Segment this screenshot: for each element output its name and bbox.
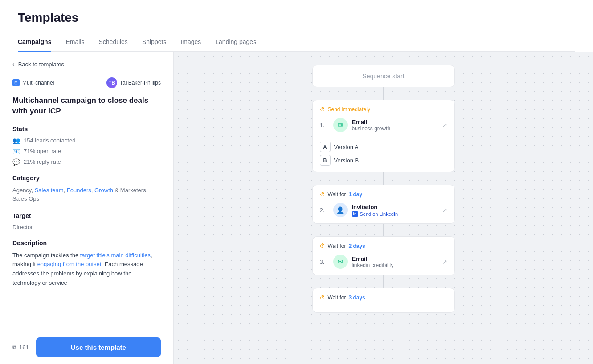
tab-emails[interactable]: Emails (65, 34, 84, 52)
step-type-2: Invitation (352, 204, 438, 210)
linkedin-send-text: Send on LinkedIn (360, 211, 398, 217)
version-a-row: A Version A (320, 142, 447, 152)
step-content-1: Email business growth (352, 119, 438, 132)
stat-open-rate-text: 71% open rate (24, 148, 61, 154)
version-a-label: Version A (334, 144, 359, 150)
wait-header-2: ⏱ Wait for 1 day (320, 191, 447, 198)
step-subtitle-1: business growth (352, 125, 438, 132)
step-row-1: 1. ✉ Email business growth ↗ (320, 118, 447, 132)
step-type-1: Email (352, 119, 438, 125)
wait-days-4: 3 days (348, 295, 365, 301)
stat-reply-rate-text: 21% reply rate (24, 158, 61, 165)
target-text: Director (12, 224, 161, 231)
wait-header-3: ⏱ Wait for 2 days (320, 243, 447, 249)
category-section: Category Agency, Sales team, Founders, G… (12, 174, 161, 203)
expand-icon-2[interactable]: ↗ (442, 207, 447, 214)
campaign-title: Multichannel campaign to close deals wit… (12, 95, 161, 117)
ab-versions: A Version A B Version B (320, 137, 447, 166)
stat-leads-text: 154 leads contacted (24, 137, 75, 144)
email-icon-1: ✉ (333, 118, 348, 132)
target-title: Target (12, 212, 161, 219)
connector-line-3 (383, 275, 384, 288)
clock-icon-3: ⏱ (320, 243, 325, 249)
leads-icon: 👥 (12, 137, 20, 144)
wait-label-2: Wait for (328, 191, 346, 198)
multichannel-icon: ⊞ (12, 79, 20, 86)
expand-icon-1[interactable]: ↗ (442, 122, 447, 129)
step-card-1: ⏱ Send immediately 1. ✉ Email business g… (312, 100, 455, 172)
back-link-label: Back to templates (18, 61, 64, 68)
stats-list: 👥 154 leads contacted 📧 71% open rate 💬 … (12, 137, 161, 166)
tab-landing-pages[interactable]: Landing pages (215, 34, 256, 52)
stat-reply-rate: 💬 21% reply rate (12, 158, 161, 166)
connector-line-2 (383, 224, 384, 236)
meta-badge: ⊞ Multi-channel (12, 79, 54, 86)
expand-icon-3[interactable]: ↗ (442, 259, 447, 265)
wait-label-4: Wait for (328, 295, 346, 301)
clock-icon-1: ⏱ (320, 106, 325, 113)
app-container: Templates Campaigns Emails Schedules Sni… (0, 0, 593, 364)
version-a-badge: A (320, 142, 331, 152)
linkedin-badge: in Send on LinkedIn (352, 211, 398, 217)
step-row-3: 3. ✉ Email linkedin credibility ↗ (320, 255, 447, 269)
stat-open-rate: 📧 71% open rate (12, 148, 161, 155)
description-title: Description (12, 239, 161, 247)
tab-snippets[interactable]: Snippets (142, 34, 166, 52)
back-to-templates-link[interactable]: ‹ Back to templates (12, 61, 161, 68)
step-subtitle-2: in Send on LinkedIn (352, 210, 438, 217)
use-template-button[interactable]: Use this template (36, 337, 161, 357)
step-content-3: Email linkedin credibility (352, 255, 438, 268)
badge-label: Multi-channel (22, 80, 54, 86)
meta-row: ⊞ Multi-channel TB Tal Baker-Phillips (12, 77, 161, 88)
main-content: ‹ Back to templates ⊞ Multi-channel TB T… (0, 52, 593, 364)
author: TB Tal Baker-Phillips (106, 77, 161, 88)
stats-title: Stats (12, 125, 161, 133)
category-text: Agency, Sales team, Founders, Growth & M… (12, 186, 161, 203)
header: Templates Campaigns Emails Schedules Sni… (0, 0, 593, 52)
email-icon-3: ✉ (333, 255, 348, 269)
copy-count-value: 161 (19, 344, 29, 351)
step-number-1: 1. (320, 122, 329, 129)
sidebar-footer: ⧉ 161 Use this template (0, 330, 173, 364)
step-type-3: Email (352, 255, 438, 262)
avatar-initials: TB (109, 81, 115, 85)
step-card-3: ⏱ Wait for 2 days 3. ✉ Email linkedin cr… (312, 236, 455, 275)
tab-campaigns[interactable]: Campaigns (18, 34, 51, 52)
avatar: TB (106, 77, 117, 88)
description-text: The campaign tackles the target title's … (12, 251, 161, 288)
version-b-row: B Version B (320, 155, 447, 166)
version-b-badge: B (320, 155, 331, 166)
sidebar: ‹ Back to templates ⊞ Multi-channel TB T… (0, 52, 174, 364)
category-title: Category (12, 174, 161, 182)
clock-icon-4: ⏱ (320, 295, 325, 301)
sequence-start-node: Sequence start (312, 65, 455, 87)
description-section: Description The campaign tackles the tar… (12, 239, 161, 288)
reply-rate-icon: 💬 (12, 158, 20, 166)
author-name: Tal Baker-Phillips (120, 80, 161, 86)
send-immediately-label: Send immediately (328, 106, 370, 113)
linkedin-in-icon: in (352, 211, 358, 217)
sequence-start-label: Sequence start (362, 73, 404, 80)
back-arrow-icon: ‹ (12, 61, 15, 68)
linkedin-icon-2: 👤 (333, 203, 348, 217)
stat-leads: 👥 154 leads contacted (12, 137, 161, 144)
page-title: Templates (18, 11, 575, 25)
copy-count: ⧉ 161 (12, 344, 29, 351)
step-subtitle-3: linkedin credibility (352, 262, 438, 268)
connector-line-1 (383, 172, 384, 185)
tabs-nav: Campaigns Emails Schedules Snippets Imag… (18, 34, 575, 52)
wait-header-4: ⏱ Wait for 3 days (320, 295, 447, 301)
copy-icon: ⧉ (12, 344, 16, 351)
clock-icon-2: ⏱ (320, 191, 325, 198)
step-row-2: 2. 👤 Invitation in Send on LinkedIn (320, 203, 447, 217)
step-content-2: Invitation in Send on LinkedIn (352, 204, 438, 217)
sequence-container: Sequence start ⏱ Send immediately 1. ✉ E… (308, 65, 459, 313)
wait-label-3: Wait for (328, 243, 346, 249)
step-card-2: ⏱ Wait for 1 day 2. 👤 Invitation in (312, 185, 455, 224)
wait-days-2: 1 day (348, 191, 362, 198)
step-number-2: 2. (320, 207, 329, 214)
wait-days-3: 2 days (348, 243, 365, 249)
tab-images[interactable]: Images (180, 34, 201, 52)
step-number-3: 3. (320, 259, 329, 265)
tab-schedules[interactable]: Schedules (98, 34, 127, 52)
